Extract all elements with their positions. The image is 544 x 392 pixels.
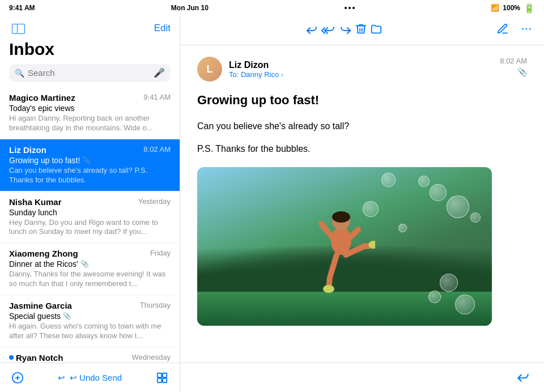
status-time: 9:41 AM: [9, 4, 35, 12]
status-bar: 9:41 AM Mon Jun 10 📶 100% 🔋: [0, 0, 544, 16]
email-detail-panel: L Liz Dizon To: Danny Rico › 8:02 AM 📎 G…: [180, 16, 544, 392]
email-body-line-2: P.S. Thanks for the bubbles.: [197, 142, 527, 156]
detail-bottom-toolbar: [180, 363, 544, 392]
email-body: Can you believe she's already so tall? P…: [197, 119, 527, 156]
mail-subject: Sunday lunch: [9, 208, 171, 217]
detail-toolbar: [180, 16, 544, 45]
reply-button[interactable]: [305, 23, 318, 39]
mail-preview: Hey Danny, Do you and Rigo want to come …: [9, 218, 171, 237]
sidebar-toggle-button[interactable]: [9, 22, 27, 35]
mail-preview: Can you believe she's already so tall? P…: [9, 166, 171, 185]
email-body-line-1: Can you believe she's already so tall?: [197, 119, 527, 134]
avatar-name-area: L Liz Dizon To: Danny Rico ›: [197, 57, 283, 82]
sender-name: Liz Dizon: [229, 60, 283, 70]
mail-item[interactable]: Magico Martinez 9:41 AM Today's epic vie…: [0, 87, 180, 139]
bubble: [440, 274, 458, 292]
detail-toolbar-center: [305, 23, 383, 39]
to-recipient: To: Danny Rico: [229, 70, 279, 79]
trash-button[interactable]: [355, 23, 367, 38]
svg-rect-4: [163, 373, 167, 377]
svg-rect-3: [158, 373, 162, 377]
mail-item[interactable]: Xiaomeng Zhong Friday Dinner at the Rico…: [0, 243, 180, 295]
mail-list-toolbar: Edit: [9, 22, 171, 35]
to-line[interactable]: To: Danny Rico ›: [229, 70, 283, 79]
bubble: [381, 173, 396, 187]
attachment-icon: 📎: [63, 312, 71, 320]
mail-subject: Today's epic views: [9, 104, 171, 113]
mail-sender: Jasmine Garcia: [9, 301, 72, 310]
email-subject: Growing up too fast!: [197, 93, 527, 108]
battery-bar: 🔋: [524, 3, 535, 14]
mail-preview: Hi again Danny, Reporting back on anothe…: [9, 114, 171, 133]
bubble: [363, 201, 379, 217]
mail-preview: Hi again. Guess who's coming to town wit…: [9, 322, 171, 341]
undo-send-icon: ↩: [58, 373, 65, 383]
mic-icon[interactable]: 🎤: [154, 67, 165, 78]
edit-button[interactable]: Edit: [154, 23, 171, 34]
sender-details: Liz Dizon To: Danny Rico ›: [229, 60, 283, 79]
mail-subject: Dinner at the Ricos' 📎: [9, 259, 171, 269]
filter-button[interactable]: [11, 372, 24, 384]
mail-item[interactable]: Ryan Notch Wednesday Out of town Howdy n…: [0, 347, 180, 363]
mail-subject: Growing up too fast! 📎: [9, 156, 171, 165]
mail-item[interactable]: Nisha Kumar Yesterday Sunday lunch Hey D…: [0, 191, 180, 244]
inbox-title: Inbox: [9, 40, 171, 58]
status-day: Mon Jun 10: [171, 4, 209, 12]
mail-time: 8:02 AM: [143, 145, 171, 154]
bubble: [447, 195, 469, 218]
app-container: Edit Inbox 🔍 🎤 Magico Martinez 9:41 AM T…: [0, 16, 544, 392]
mail-sender: Magico Martinez: [9, 93, 75, 103]
folder-button[interactable]: [369, 23, 383, 38]
mail-preview: Danny, Thanks for the awesome evening! I…: [9, 270, 171, 289]
search-input[interactable]: [28, 68, 150, 78]
mail-sender: Ryan Notch: [16, 353, 63, 363]
undo-send-label: ↩ Undo Send: [70, 373, 122, 383]
mail-sender: Liz Dizon: [9, 145, 46, 155]
undo-send-button[interactable]: ↩ ↩ Undo Send: [58, 373, 122, 383]
mail-list-header: Edit Inbox 🔍 🎤: [0, 16, 180, 87]
sender-avatar: L: [197, 57, 222, 82]
svg-point-8: [526, 28, 528, 30]
mail-time: Wednesday: [132, 353, 171, 361]
email-meta-header: L Liz Dizon To: Danny Rico › 8:02 AM 📎: [197, 57, 527, 82]
svg-rect-5: [158, 378, 162, 382]
bubble: [470, 212, 481, 223]
reply-detail-button[interactable]: [516, 369, 530, 386]
email-content: L Liz Dizon To: Danny Rico › 8:02 AM 📎 G…: [180, 45, 544, 363]
mail-item[interactable]: Liz Dizon 8:02 AM Growing up too fast! 📎…: [0, 139, 180, 191]
search-bar[interactable]: 🔍 🎤: [9, 64, 171, 82]
reply-all-button[interactable]: [321, 23, 337, 38]
forward-button[interactable]: [339, 23, 352, 38]
mail-item[interactable]: Jasmine Garcia Thursday Special guests 📎…: [0, 295, 180, 347]
mail-items-list: Magico Martinez 9:41 AM Today's epic vie…: [0, 87, 180, 363]
bubble: [455, 295, 475, 314]
mail-time: Friday: [150, 249, 171, 257]
more-options-button[interactable]: [520, 23, 533, 38]
bubble: [398, 224, 407, 232]
search-icon: 🔍: [15, 69, 24, 78]
stack-button[interactable]: [156, 372, 168, 384]
mail-sender: Nisha Kumar: [9, 197, 62, 207]
svg-point-7: [522, 28, 524, 30]
attachment-icon: 📎: [82, 156, 91, 164]
detail-toolbar-right: [496, 23, 533, 38]
mail-sender: Xiaomeng Zhong: [9, 249, 78, 258]
mail-list-panel: Edit Inbox 🔍 🎤 Magico Martinez 9:41 AM T…: [0, 16, 180, 392]
attachment-icon: 📎: [80, 260, 89, 268]
email-timestamp: 8:02 AM 📎: [500, 57, 527, 76]
svg-rect-6: [163, 378, 167, 382]
to-chevron-icon: ›: [281, 71, 283, 78]
battery-icon: 100%: [503, 4, 520, 12]
mail-subject: Special guests 📎: [9, 312, 171, 321]
bubble: [418, 176, 430, 187]
unread-indicator: [9, 355, 14, 360]
email-time: 8:02 AM: [500, 57, 527, 65]
status-right: 📶 100% 🔋: [491, 3, 535, 14]
mail-bottom-toolbar: ↩ ↩ Undo Send: [0, 363, 180, 392]
email-attachment-image: [197, 167, 492, 326]
status-center-dots: [345, 7, 355, 9]
svg-point-9: [529, 28, 531, 30]
compose-button[interactable]: [496, 23, 509, 38]
mail-time: Thursday: [140, 301, 171, 309]
mail-time: 9:41 AM: [143, 93, 171, 101]
